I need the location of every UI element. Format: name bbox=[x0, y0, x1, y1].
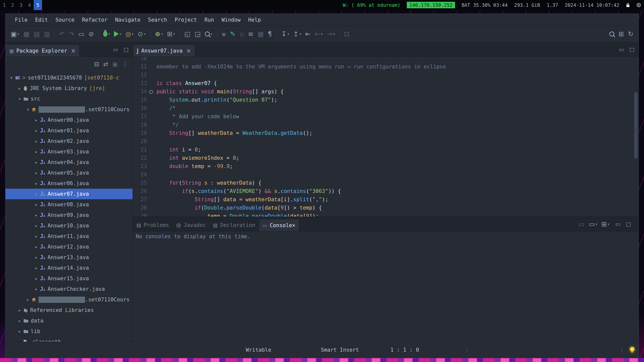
save-button[interactable]: ▦ bbox=[21, 28, 32, 40]
statusbar-menu-icon[interactable]: ⋮ bbox=[619, 347, 624, 353]
workspace-5[interactable]: 5 bbox=[34, 0, 42, 10]
workspace-3[interactable]: 3 bbox=[17, 0, 25, 10]
expand-arrow-icon[interactable]: ▸ bbox=[33, 266, 39, 270]
expand-arrow-icon[interactable]: ▸ bbox=[33, 255, 39, 260]
collapse-arrow-icon[interactable]: ▾ bbox=[25, 107, 31, 112]
tree-item-answer09-java[interactable]: ▸JsAnswer09.java bbox=[6, 210, 133, 220]
previous-annotation-button[interactable]: ↥▾ bbox=[291, 28, 303, 40]
close-icon[interactable]: × bbox=[186, 47, 191, 54]
next-annotation-button[interactable]: ↧▾ bbox=[279, 28, 291, 40]
tree-item-answer10-java[interactable]: ▸JsAnswer10.java bbox=[6, 220, 133, 231]
menu-search[interactable]: Search bbox=[144, 17, 171, 23]
collapse-all-button[interactable]: ⊟ bbox=[92, 58, 101, 70]
maximize-icon[interactable]: □ bbox=[629, 47, 634, 53]
menu-run[interactable]: Run bbox=[201, 17, 218, 23]
lightbulb-icon[interactable] bbox=[629, 347, 635, 353]
expand-arrow-icon[interactable]: ▸ bbox=[33, 118, 39, 123]
tree-item-set07110cours[interactable]: ▾.set07110Cours bbox=[6, 104, 133, 115]
tree-item-set07110cours[interactable]: ▸.set07110Cours bbox=[6, 294, 133, 305]
tree-item-answer04-java[interactable]: ▸JsAnswer04.java bbox=[6, 157, 133, 168]
menu-project[interactable]: Project bbox=[171, 17, 201, 23]
minimize-icon[interactable]: ▭ bbox=[619, 47, 624, 53]
open-perspective-button[interactable]: ⊞ bbox=[616, 28, 626, 40]
tree-item-answer03-java[interactable]: ▸JsAnswer03.java bbox=[6, 146, 133, 157]
new-java-class-button[interactable]: ⊕▾ bbox=[153, 28, 165, 40]
expand-arrow-icon[interactable]: ▸ bbox=[16, 86, 23, 91]
tree-item-jre-system-library[interactable]: ▸JRE System Library[jre] bbox=[6, 83, 133, 94]
tree-item-set07110m12345678[interactable]: ▾>set07110m12345678[set07110-c bbox=[6, 72, 133, 83]
tree-item-answer11-java[interactable]: ▸JsAnswer11.java bbox=[6, 231, 133, 242]
tree-item-answer07-java[interactable]: ▸JsAnswer07.java bbox=[6, 189, 133, 199]
expand-arrow-icon[interactable]: ▸ bbox=[33, 181, 39, 186]
expand-arrow-icon[interactable]: ▸ bbox=[25, 297, 31, 302]
status-circle-icon[interactable] bbox=[636, 3, 641, 7]
maximize-icon[interactable]: □ bbox=[124, 47, 129, 53]
back-button[interactable]: ←▾ bbox=[313, 28, 325, 40]
tree-item-src[interactable]: ▾src bbox=[6, 94, 133, 104]
menu-file[interactable]: File bbox=[11, 17, 31, 23]
expand-arrow-icon[interactable]: ▸ bbox=[33, 192, 39, 196]
format-button[interactable]: ✎ bbox=[228, 28, 237, 40]
expand-arrow-icon[interactable]: ▸ bbox=[33, 276, 39, 281]
close-icon[interactable]: × bbox=[292, 222, 295, 228]
tab-problems[interactable]: ▤Problems bbox=[133, 219, 173, 231]
coverage-button[interactable]: ◎▾ bbox=[123, 28, 136, 40]
minimize-icon[interactable]: ▭ bbox=[615, 221, 620, 227]
tree-item-answer15-java[interactable]: ▸JsAnswer15.java bbox=[6, 273, 133, 284]
tab-console[interactable]: ▭Console× bbox=[259, 219, 299, 231]
java-perspective-button[interactable]: ↻ bbox=[626, 28, 635, 40]
expand-arrow-icon[interactable]: ▸ bbox=[33, 149, 39, 154]
code-editor[interactable]: 1011emember to add -Xmx1024m to the VM a… bbox=[133, 57, 638, 217]
run-button[interactable]: ▾ bbox=[112, 28, 123, 40]
tab-javadoc[interactable]: @Javadoc bbox=[173, 219, 210, 231]
tree-item-answer02-java[interactable]: ▸JsAnswer02.java bbox=[6, 136, 133, 146]
menu-source[interactable]: Source bbox=[52, 17, 78, 23]
display-selected-console-button[interactable]: ▭▾ bbox=[587, 218, 599, 230]
expand-arrow-icon[interactable]: ▸ bbox=[33, 139, 39, 144]
editor-scrollbar[interactable] bbox=[634, 92, 638, 159]
last-edit-location-button[interactable]: ⇤ bbox=[303, 28, 313, 40]
maximize-icon[interactable]: □ bbox=[626, 221, 631, 227]
externalize-strings-button[interactable]: ▪ bbox=[220, 28, 228, 40]
statusbar-overflow-icon[interactable]: ⋮ bbox=[464, 342, 470, 358]
tree-item-answer06-java[interactable]: ▸JsAnswer06.java bbox=[6, 178, 133, 189]
tree-item-answer12-java[interactable]: ▸JsAnswer12.java bbox=[6, 242, 133, 252]
tree-item-answer00-java[interactable]: ▸JsAnswer00.java bbox=[6, 115, 133, 125]
expand-arrow-icon[interactable]: ▸ bbox=[33, 213, 39, 218]
expand-arrow-icon[interactable]: ▸ bbox=[33, 223, 39, 228]
collapse-arrow-icon[interactable]: ▾ bbox=[8, 75, 15, 80]
menu-help[interactable]: Help bbox=[245, 17, 265, 23]
build-automatically-button[interactable]: ▦ bbox=[256, 28, 266, 40]
tree-item-answer13-java[interactable]: ▸JsAnswer13.java bbox=[6, 252, 133, 263]
expand-arrow-icon[interactable]: ▸ bbox=[33, 202, 39, 207]
tree-item-answer08-java[interactable]: ▸JsAnswer08.java bbox=[6, 199, 133, 210]
view-menu-button[interactable]: ⋮ bbox=[120, 58, 130, 70]
save-all-button[interactable]: ▤ bbox=[31, 28, 42, 40]
menu-refactor[interactable]: Refactor bbox=[78, 17, 111, 23]
new-button[interactable]: ▣▾ bbox=[9, 28, 21, 40]
expand-arrow-icon[interactable]: ▸ bbox=[33, 245, 39, 249]
tree-item-data[interactable]: ▸data bbox=[6, 315, 133, 326]
tab-package-explorer[interactable]: ▦ Package Explorer × bbox=[6, 45, 79, 57]
export-jar-button[interactable]: ◱ bbox=[182, 28, 193, 40]
expand-arrow-icon[interactable]: ▸ bbox=[33, 128, 39, 133]
quick-search-button[interactable] bbox=[607, 28, 616, 40]
show-whitespace-button[interactable]: ¶ bbox=[266, 28, 274, 40]
workspace-4[interactable]: 4 bbox=[25, 0, 33, 10]
close-icon[interactable]: × bbox=[71, 47, 76, 54]
skip-all-breakpoints-button[interactable]: ⊘ bbox=[87, 28, 96, 40]
new-java-package-button[interactable]: ⊞▾ bbox=[165, 28, 177, 40]
pin-editor-button[interactable]: ⊡ bbox=[342, 28, 352, 40]
search-button[interactable]: ▾ bbox=[203, 28, 214, 40]
focus-on-active-task-button[interactable]: ▣ bbox=[110, 58, 120, 70]
run-history-button[interactable]: ⊙▾ bbox=[136, 28, 148, 40]
expand-arrow-icon[interactable]: ▸ bbox=[33, 234, 39, 239]
minimize-icon[interactable]: ▭ bbox=[113, 47, 118, 53]
undo-button[interactable]: ↶ bbox=[57, 28, 67, 40]
expand-arrow-icon[interactable]: ▸ bbox=[16, 318, 23, 323]
menu-window[interactable]: Window bbox=[218, 17, 245, 23]
tree-item-answer05-java[interactable]: ▸JsAnswer05.java bbox=[6, 168, 133, 178]
import-jar-button[interactable]: ◲ bbox=[192, 28, 203, 40]
link-with-editor-button[interactable]: ⇄ bbox=[101, 58, 110, 70]
print-button[interactable]: ▥ bbox=[42, 28, 52, 40]
